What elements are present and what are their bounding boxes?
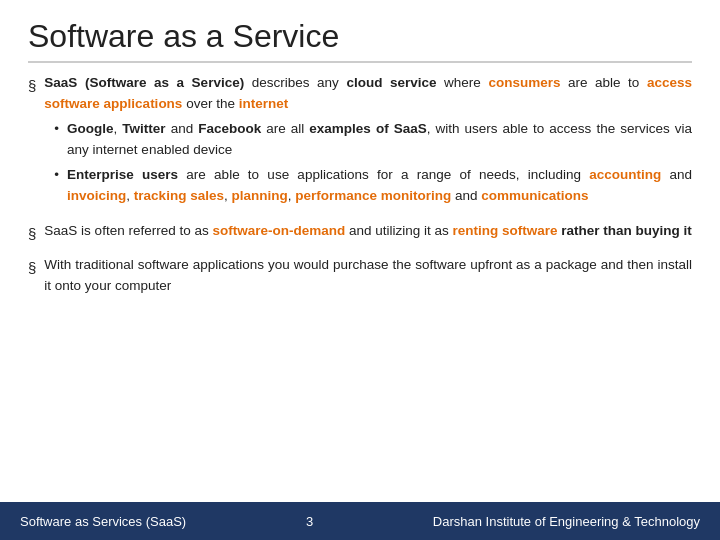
b1-t2: where	[444, 75, 488, 90]
sub-item-1: • Google, Twitter and Facebook are all e…	[54, 119, 692, 161]
bullet-marker-2: §	[28, 222, 36, 245]
s2-t6: and	[451, 188, 481, 203]
bullet-marker-3: §	[28, 256, 36, 279]
b1-consumers: consumers	[488, 75, 560, 90]
s2-perf: performance monitoring	[295, 188, 451, 203]
s1-and: and	[166, 121, 199, 136]
s2-comms: communications	[481, 188, 588, 203]
sub-content-2: Enterprise users are able to use applica…	[67, 165, 692, 207]
page-title: Software as a Service	[28, 18, 692, 63]
b2-t1: SaaS is often referred to as	[44, 223, 212, 238]
s2-planning: planning	[231, 188, 287, 203]
s2-enterprise: Enterprise users	[67, 167, 178, 182]
s1-facebook: Facebook	[198, 121, 261, 136]
bullet-content-3: With traditional software applications y…	[44, 255, 692, 297]
main-content: Software as a Service § SaaS (Software a…	[0, 0, 720, 502]
b2-t2: and utilizing it as	[345, 223, 452, 238]
b1-saas: SaaS (Software as a Service)	[44, 75, 244, 90]
sub-content-1: Google, Twitter and Facebook are all exa…	[67, 119, 692, 161]
b3-text: With traditional software applications y…	[44, 257, 692, 293]
b1-cloud: cloud service	[346, 75, 436, 90]
s2-t2: and	[661, 167, 692, 182]
s1-twitter: Twitter	[122, 121, 165, 136]
bullet-item-3: § With traditional software applications…	[28, 255, 692, 297]
b2-renting: renting software	[453, 223, 558, 238]
b2-sod: software-on-demand	[212, 223, 345, 238]
sub-dot-2: •	[54, 165, 59, 186]
s2-accounting: accounting	[589, 167, 661, 182]
bullet-content-1: SaaS (Software as a Service) describes a…	[44, 73, 692, 211]
sub-dot-1: •	[54, 119, 59, 140]
bullet-list: § SaaS (Software as a Service) describes…	[28, 73, 692, 297]
s1-examples: examples of SaaS	[309, 121, 426, 136]
footer-center: 3	[306, 514, 313, 529]
s1-t1: are all	[261, 121, 309, 136]
footer-left: Software as Services (SaaS)	[20, 514, 186, 529]
s2-t1: are able to use applications for a range…	[178, 167, 589, 182]
s2-tracking: tracking sales	[134, 188, 224, 203]
s2-invoicing: invoicing	[67, 188, 126, 203]
bullet-item-1: § SaaS (Software as a Service) describes…	[28, 73, 692, 211]
b2-rather: rather than buying it	[561, 223, 692, 238]
footer: Software as Services (SaaS) 3 Darshan In…	[0, 502, 720, 540]
bullet-item-2: § SaaS is often referred to as software-…	[28, 221, 692, 245]
bullet-content-2: SaaS is often referred to as software-on…	[44, 221, 692, 242]
bullet-marker-1: §	[28, 74, 36, 97]
b1-internet: internet	[239, 96, 289, 111]
s2-t3: ,	[126, 188, 134, 203]
b1-t1: describes any	[252, 75, 347, 90]
b1-t4: over the	[186, 96, 239, 111]
footer-right: Darshan Institute of Engineering & Techn…	[433, 514, 700, 529]
s1-google: Google	[67, 121, 114, 136]
sub-list-1: • Google, Twitter and Facebook are all e…	[44, 119, 692, 207]
b1-t3: are able to	[568, 75, 647, 90]
sub-item-2: • Enterprise users are able to use appli…	[54, 165, 692, 207]
